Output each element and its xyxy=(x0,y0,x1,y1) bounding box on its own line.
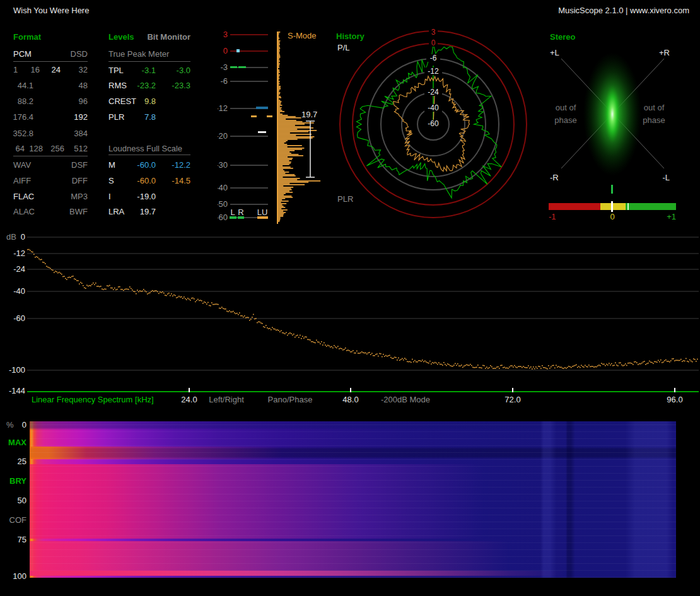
musicscope-window: Wish You Were Here MusicScope 2.1.0 | ww… xyxy=(0,0,700,596)
levels-separator xyxy=(108,155,190,155)
spectrum-xtick: 96.0 xyxy=(667,395,682,404)
marker-max[interactable]: MAX xyxy=(8,438,26,447)
spectrum-xtick: 72.0 xyxy=(505,395,520,404)
dsd-rate-512: 512 xyxy=(74,144,88,153)
format-separator xyxy=(13,156,88,156)
corner-minus-l: -L xyxy=(662,173,670,182)
out-of-phase-left2: phase xyxy=(554,115,576,125)
bit-depth-1: 1 xyxy=(13,65,18,74)
spectrogram-ytick-25: 25 xyxy=(8,457,26,466)
container-aiff: AIFF xyxy=(13,176,31,185)
spectrum-xtick: 24.0 xyxy=(181,395,197,404)
meter-tick-label: -20 xyxy=(218,131,228,141)
channel-label-lu: LU xyxy=(257,207,268,217)
levels-tab[interactable]: Levels xyxy=(108,32,134,42)
spectrum-ytick: -144 xyxy=(9,386,25,395)
smode-range-value: 19.7 xyxy=(301,110,317,119)
correlation-bar xyxy=(549,201,676,212)
spectrogram-ytick-0: 0 xyxy=(8,420,26,429)
format-title: Format xyxy=(13,32,41,42)
gonio-blob-core xyxy=(604,85,621,143)
stereo-panel: Stereo +L +R -R -L out of phase out of p… xyxy=(542,28,684,227)
spectrogram-image xyxy=(30,421,676,578)
out-of-phase-left: out of xyxy=(556,103,576,112)
tpl-value-left: -3.1 xyxy=(142,66,156,75)
container-wav: WAV xyxy=(13,160,31,170)
meter-tick-label: -6 xyxy=(220,76,228,86)
momentary-label: M xyxy=(108,160,115,170)
dsd-rate-128: 128 xyxy=(29,144,43,153)
history-polar: 3 0 -6 -12 -24 -40 -60 History P/L PLR xyxy=(334,25,536,233)
history-pl-label[interactable]: P/L xyxy=(337,43,350,52)
true-peak-meter-title: True Peak Meter xyxy=(108,49,169,59)
dsd-rate-64: 64 xyxy=(16,144,25,153)
rate-88-2: 88.2 xyxy=(18,96,33,106)
crest-label: CREST xyxy=(108,96,136,106)
loudness-title: Loudness Full Scale xyxy=(108,144,182,153)
mode-button-pano-phase[interactable]: Pano/Phase xyxy=(268,395,313,404)
track-title: Wish You Were Here xyxy=(13,6,89,15)
spectrum-ytick: 0 xyxy=(21,232,25,242)
spectrogram-ytick-100: 100 xyxy=(8,571,26,581)
spectrum-ytick: -24 xyxy=(13,264,25,274)
rate-384: 384 xyxy=(74,129,88,138)
history-plr-label[interactable]: PLR xyxy=(337,194,353,204)
format-panel: Format PCM DSD 1 16 24 32 44.1 48 88.2 9… xyxy=(13,32,88,221)
marker-cof[interactable]: COF xyxy=(8,515,26,525)
spectrum-axis-label[interactable]: Linear Frequency Spectrum [kHz] xyxy=(32,395,154,404)
app-title: MusicScope 2.1.0 | www.xivero.com xyxy=(558,6,689,15)
meter-tick-label: -40 xyxy=(218,183,228,192)
smode-title[interactable]: S-Mode xyxy=(288,31,317,40)
stereo-title: Stereo xyxy=(550,32,576,42)
smode-bars xyxy=(278,32,320,222)
format-pcm: PCM xyxy=(13,49,32,59)
corr-label-0: 0 xyxy=(610,212,614,221)
mode-button-left-right[interactable]: Left/Right xyxy=(209,395,244,404)
bit-monitor-tab[interactable]: Bit Monitor xyxy=(147,32,190,42)
rate-192-active: 192 xyxy=(74,112,88,122)
balance-marker xyxy=(611,185,613,194)
lra-label: LRA xyxy=(108,207,124,216)
meter-tick-label: 0 xyxy=(223,46,228,56)
corner-plus-l: +L xyxy=(550,48,559,57)
history-title: History xyxy=(336,32,365,41)
peak-hold-right xyxy=(238,66,246,68)
plr-label: PLR xyxy=(108,112,124,122)
dsd-rate-256: 256 xyxy=(50,144,64,153)
momentary-bar xyxy=(256,107,268,109)
integrated-marker xyxy=(258,131,266,133)
format-dsd: DSD xyxy=(71,49,88,59)
rms-value-left: -23.2 xyxy=(137,81,156,90)
levels-panel: Levels Bit Monitor True Peak Meter TPL -… xyxy=(108,32,190,221)
meter-tick-label: -60 xyxy=(218,213,228,222)
meter-tick-label: -12 xyxy=(218,103,228,113)
corner-minus-r: -R xyxy=(550,173,559,182)
format-separator xyxy=(13,61,88,62)
spectrogram-ytick-50: 50 xyxy=(8,496,26,505)
spectrum-trace xyxy=(27,249,698,370)
meter-tick-label: -30 xyxy=(218,160,228,170)
rate-44-1: 44.1 xyxy=(18,81,33,90)
meter-tick-label: -50 xyxy=(218,199,228,209)
momentary-value-right: -12.2 xyxy=(172,160,190,170)
spectrogram-ytick-75: 75 xyxy=(8,535,26,544)
container-flac-active: FLAC xyxy=(13,192,34,201)
mode-button-200db[interactable]: -200dB Mode xyxy=(381,395,430,404)
ring-label: -40 xyxy=(428,103,439,112)
spectrum-ytick: -60 xyxy=(13,313,25,323)
lra-value: 19.7 xyxy=(140,207,156,216)
tpl-label: TPL xyxy=(108,66,124,75)
corner-plus-r: +R xyxy=(659,48,670,57)
channel-label-r: R xyxy=(238,207,243,217)
peak-hold-left xyxy=(230,66,237,68)
ring-label: -24 xyxy=(428,88,439,96)
container-dff: DFF xyxy=(72,176,88,185)
shortterm-label: S xyxy=(108,176,114,185)
shortterm-marker-a xyxy=(251,115,257,117)
integrated-value: -19.0 xyxy=(137,192,156,201)
levels-separator xyxy=(108,61,190,62)
correlation-marker xyxy=(611,201,613,212)
marker-bry[interactable]: BRY xyxy=(8,476,26,486)
rate-48: 48 xyxy=(79,81,88,90)
momentary-value-left: -60.0 xyxy=(137,160,156,170)
